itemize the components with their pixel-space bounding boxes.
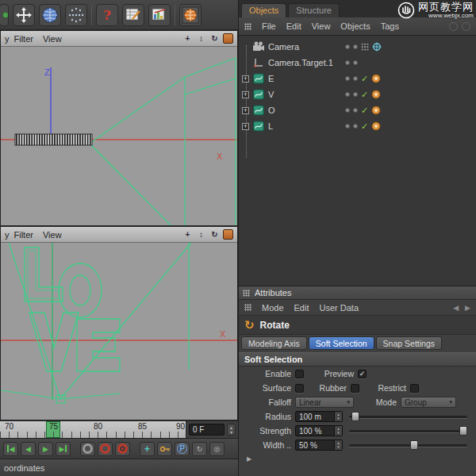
toggle-view-icon[interactable] — [223, 33, 233, 44]
viewport-menu-partial[interactable]: y — [5, 34, 10, 44]
view-menu[interactable]: View — [43, 230, 62, 240]
timeline-ruler[interactable]: 70 75 80 85 90 0 F ▴ ▾ — [0, 420, 238, 438]
enabled-check-icon[interactable]: ✓ — [361, 90, 368, 99]
display-tag-icon[interactable] — [361, 43, 369, 51]
menu-view[interactable]: View — [312, 21, 331, 31]
slider-knob[interactable] — [351, 412, 359, 421]
editor-visibility-dot[interactable] — [345, 92, 350, 97]
parameter-record-button[interactable]: P — [175, 442, 190, 456]
tree-row-e[interactable]: + E ✓ — [239, 71, 476, 86]
filter-circle-icon[interactable] — [449, 22, 458, 31]
panel-grip-icon[interactable] — [244, 23, 251, 30]
target-record-button[interactable]: ◎ — [209, 442, 225, 456]
pan-icon[interactable]: + — [182, 229, 193, 240]
tree-row-camera-target[interactable]: Camera.Target.1 — [239, 55, 476, 71]
expand-plus-icon[interactable]: + — [242, 107, 249, 114]
pan-icon[interactable]: + — [182, 33, 193, 44]
value-stepper[interactable]: ▴▾ — [334, 440, 342, 450]
record-button[interactable] — [98, 442, 113, 456]
render-visibility-dot[interactable] — [353, 44, 358, 49]
orange-tag-icon[interactable] — [371, 90, 381, 99]
render-visibility-dot[interactable] — [353, 92, 358, 97]
enabled-check-icon[interactable]: ✓ — [361, 122, 368, 131]
edit-table-icon[interactable] — [122, 4, 144, 26]
current-frame-field[interactable]: 0 F — [189, 424, 225, 436]
radius-slider[interactable] — [349, 411, 467, 422]
tab-modeling-axis[interactable]: Modeling Axis — [241, 336, 307, 350]
render-visibility-dot[interactable] — [353, 124, 358, 129]
editor-visibility-dot[interactable] — [345, 108, 350, 113]
cut-tool-icon[interactable] — [0, 4, 9, 26]
step-back-button[interactable]: ◀ — [21, 442, 36, 456]
panel-grip-icon[interactable] — [243, 290, 250, 297]
restrict-checkbox[interactable] — [410, 384, 419, 393]
points-sphere-icon[interactable] — [65, 4, 87, 26]
orange-tag-icon[interactable] — [371, 121, 381, 131]
menu-file[interactable]: File — [262, 21, 276, 31]
enable-checkbox[interactable] — [295, 370, 304, 378]
panel-grip-icon[interactable] — [244, 304, 251, 311]
strength-field[interactable]: 100 % ▴▾ — [295, 425, 343, 436]
autokey-button[interactable] — [115, 442, 130, 456]
preview-checkbox[interactable]: ✓ — [358, 370, 367, 378]
history-forward-icon[interactable]: ▶ — [465, 304, 470, 312]
key-button[interactable] — [157, 442, 172, 456]
menu-objects[interactable]: Objects — [340, 21, 370, 31]
strength-slider[interactable] — [349, 425, 467, 436]
toggle-view-icon[interactable] — [223, 229, 233, 240]
slider-knob[interactable] — [410, 440, 418, 450]
enabled-check-icon[interactable]: ✓ — [361, 75, 368, 83]
radius-field[interactable]: 100 m ▴▾ — [295, 411, 343, 422]
orbit-icon[interactable]: ↻ — [209, 33, 220, 44]
section-header[interactable]: Soft Selection — [239, 352, 476, 367]
slider-knob[interactable] — [459, 426, 467, 436]
filter-menu[interactable]: Filter — [14, 230, 33, 240]
tab-objects[interactable]: Objects — [241, 3, 286, 17]
tab-soft-selection[interactable]: Soft Selection — [309, 336, 374, 350]
editor-visibility-dot[interactable] — [345, 124, 350, 129]
zoom-icon[interactable]: ↕ — [196, 229, 206, 240]
editor-visibility-dot[interactable] — [345, 60, 350, 65]
menu-user-data[interactable]: User Data — [320, 303, 359, 313]
tree-row-o[interactable]: + O ✓ — [239, 102, 476, 118]
model-sphere-icon[interactable] — [39, 4, 61, 26]
rubber-checkbox[interactable] — [351, 384, 359, 393]
goto-end-button[interactable]: ▶ — [56, 442, 71, 456]
menu-tags[interactable]: Tags — [381, 21, 399, 31]
rotation-record-button[interactable]: ↻ — [192, 442, 207, 456]
tab-snap-settings[interactable]: Snap Settings — [376, 336, 442, 350]
editor-visibility-dot[interactable] — [345, 44, 350, 49]
menu-edit[interactable]: Edit — [286, 21, 301, 31]
frame-stepper[interactable]: ▴ ▾ — [227, 424, 236, 436]
chart-table-icon[interactable] — [148, 4, 171, 26]
help-icon[interactable]: ? — [96, 4, 118, 26]
orange-tag-icon[interactable] — [371, 106, 381, 115]
width-slider[interactable] — [349, 440, 467, 451]
history-back-icon[interactable]: ◀ — [453, 304, 459, 312]
tree-row-l[interactable]: + L ✓ — [239, 118, 476, 134]
target-expression-tag-icon[interactable] — [372, 42, 382, 52]
width-field[interactable]: 50 % ▴▾ — [295, 440, 343, 451]
zoom-icon[interactable]: ↕ — [196, 33, 206, 44]
surface-checkbox[interactable] — [295, 384, 304, 393]
render-visibility-dot[interactable] — [353, 76, 358, 81]
record-position-button[interactable] — [80, 442, 95, 456]
value-stepper[interactable]: ▴▾ — [334, 412, 342, 421]
move-axes-icon[interactable] — [13, 4, 35, 26]
view-menu[interactable]: View — [43, 34, 62, 44]
goto-start-button[interactable]: ◀ — [3, 442, 18, 456]
value-stepper[interactable]: ▴▾ — [334, 426, 342, 436]
viewport-menu-partial[interactable]: y — [5, 230, 10, 240]
expand-plus-icon[interactable]: + — [242, 123, 249, 130]
tree-row-v[interactable]: + V ✓ — [239, 86, 476, 102]
filter-menu[interactable]: Filter — [14, 34, 33, 44]
viewport-bottom-canvas[interactable]: X — [1, 243, 237, 420]
expand-plus-icon[interactable]: + — [242, 91, 249, 98]
enabled-check-icon[interactable]: ✓ — [361, 106, 368, 115]
render-globe-icon[interactable] — [179, 4, 202, 26]
tree-row-camera[interactable]: Camera — [239, 39, 476, 55]
expand-plus-icon[interactable]: + — [242, 75, 249, 83]
editor-visibility-dot[interactable] — [345, 76, 350, 81]
keyframe-position-button[interactable]: + — [140, 442, 155, 456]
render-visibility-dot[interactable] — [353, 60, 358, 65]
